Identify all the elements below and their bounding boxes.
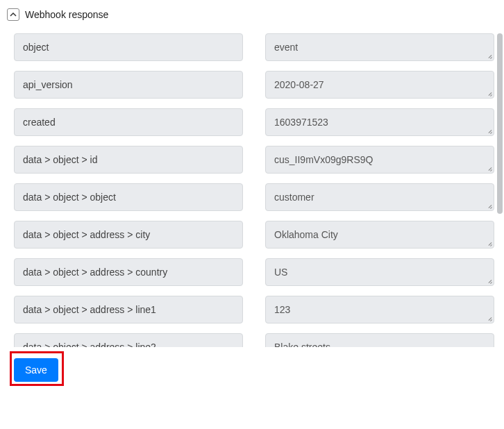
field-row: data > object > address > line2 Blake st… [14, 333, 494, 347]
field-value-text: event [274, 42, 298, 53]
collapse-button[interactable] [7, 8, 19, 21]
field-row: created 1603971523 [14, 108, 494, 136]
resize-handle-icon[interactable] [487, 91, 492, 96]
field-value-text: customer [274, 192, 314, 203]
field-row: data > object > address > line1 123 [14, 296, 494, 323]
field-row: object event [14, 33, 494, 61]
fields-list: object event api_version 2020-08-27 crea… [14, 28, 494, 347]
field-key-text: api_version [23, 79, 73, 90]
field-value-text: 123 [274, 304, 290, 315]
resize-handle-icon[interactable] [487, 203, 492, 209]
field-key-text: data > object > address > country [23, 267, 167, 278]
footer: Save [0, 347, 504, 393]
field-row: data > object > id cus_II9mVx09g9RS9Q [14, 146, 494, 174]
field-key[interactable]: object [14, 33, 243, 61]
field-key[interactable]: data > object > address > country [14, 258, 243, 286]
field-value[interactable]: 2020-08-27 [265, 71, 494, 99]
field-key[interactable]: data > object > object [14, 183, 243, 211]
save-button[interactable]: Save [14, 358, 58, 382]
field-row: data > object > address > country US [14, 258, 494, 286]
scrollbar-track[interactable] [497, 33, 503, 347]
field-key[interactable]: created [14, 108, 243, 136]
field-value[interactable]: cus_II9mVx09g9RS9Q [265, 146, 494, 174]
resize-handle-icon[interactable] [487, 278, 492, 284]
scrollbar-thumb[interactable] [497, 33, 503, 214]
field-key[interactable]: data > object > address > line2 [14, 333, 243, 347]
field-key-text: data > object > address > line2 [23, 342, 156, 347]
field-key-text: data > object > address > city [23, 229, 150, 240]
field-value-text: cus_II9mVx09g9RS9Q [274, 154, 373, 165]
field-value[interactable]: Blake streets [265, 333, 494, 347]
field-value[interactable]: Oklahoma City [265, 221, 494, 249]
field-key[interactable]: data > object > address > city [14, 221, 243, 249]
section-header: Webhook response [0, 0, 504, 28]
field-key[interactable]: data > object > address > line1 [14, 296, 243, 323]
field-value[interactable]: 1603971523 [265, 108, 494, 136]
field-value[interactable]: 123 [265, 296, 494, 323]
field-row: data > object > address > city Oklahoma … [14, 221, 494, 249]
section-title: Webhook response [25, 9, 108, 20]
field-value[interactable]: US [265, 258, 494, 286]
field-value-text: US [274, 267, 287, 278]
resize-handle-icon[interactable] [487, 316, 492, 321]
field-value[interactable]: customer [265, 183, 494, 211]
resize-handle-icon[interactable] [487, 53, 492, 59]
field-key-text: data > object > address > line1 [23, 304, 156, 315]
resize-handle-icon[interactable] [487, 241, 492, 246]
field-value-text: 2020-08-27 [274, 79, 324, 90]
field-row: api_version 2020-08-27 [14, 71, 494, 99]
fields-scroll-area: object event api_version 2020-08-27 crea… [0, 28, 504, 347]
field-row: data > object > object customer [14, 183, 494, 211]
field-key-text: data > object > id [23, 154, 97, 165]
resize-handle-icon[interactable] [487, 166, 492, 171]
field-value[interactable]: event [265, 33, 494, 61]
field-key-text: created [23, 117, 56, 128]
resize-handle-icon[interactable] [487, 128, 492, 134]
field-value-text: 1603971523 [274, 117, 328, 128]
field-key-text: data > object > object [23, 192, 116, 203]
field-value-text: Oklahoma City [274, 229, 338, 240]
field-key[interactable]: data > object > id [14, 146, 243, 174]
field-value-text: Blake streets [274, 342, 330, 347]
field-key[interactable]: api_version [14, 71, 243, 99]
field-key-text: object [23, 42, 49, 53]
chevron-up-icon [10, 9, 17, 20]
